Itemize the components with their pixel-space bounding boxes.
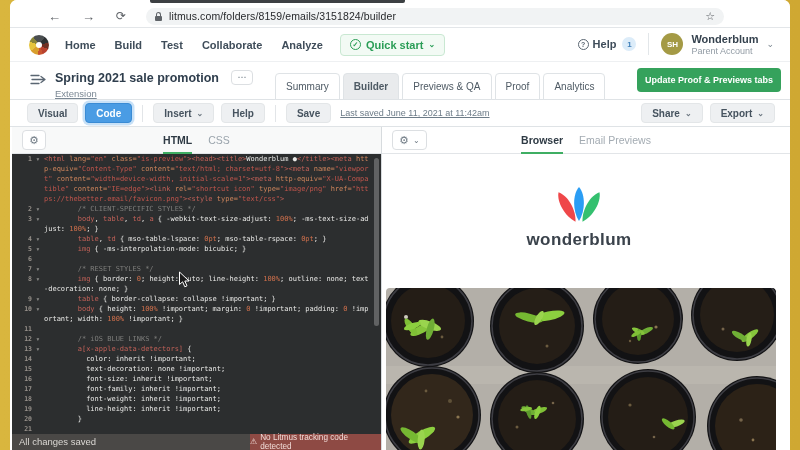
account-type: Parent Account [691, 46, 758, 56]
forward-icon[interactable]: → [82, 10, 95, 23]
warning-label: No Litmus tracking code detected [260, 433, 381, 450]
code-line[interactable]: 7▾ /* RESET STYLES */ [12, 264, 381, 274]
tab-email-previews[interactable]: Email Previews [579, 127, 651, 154]
tab-proof[interactable]: Proof [495, 73, 541, 100]
tab-summary[interactable]: Summary [275, 73, 340, 100]
editor-settings-button[interactable]: ⚙ [22, 130, 46, 150]
code-line[interactable]: 18 font-weight: inherit !important; [12, 394, 381, 404]
brand-logo-block: wonderblum [382, 187, 776, 250]
editor-scrollbar[interactable] [374, 158, 379, 326]
help-badge: 1 [622, 37, 636, 51]
avatar[interactable]: SH [661, 33, 683, 55]
code-line[interactable]: 10▾ body { height: 100% !important; marg… [12, 304, 381, 324]
code-line[interactable]: 2▾ /* CLIENT-SPECIFIC STYLES */ [12, 204, 381, 214]
code-line[interactable]: 3▾ body, table, td, a { -webkit-text-siz… [12, 214, 381, 234]
tab-css[interactable]: CSS [208, 127, 230, 154]
save-status: All changes saved [12, 434, 250, 450]
tab-browser-preview[interactable]: Browser [521, 127, 563, 154]
email-tabs: Summary Builder Previews & QA Proof Anal… [275, 73, 608, 100]
email-preview: wonderblum [382, 154, 790, 450]
insert-button[interactable]: Insert⌄ [153, 103, 214, 123]
litmus-logo-icon[interactable] [29, 35, 49, 55]
tracking-warning[interactable]: ⚠ No Litmus tracking code detected [250, 434, 381, 450]
tab-html[interactable]: HTML [163, 127, 192, 154]
app-navbar: Home Build Test Collaborate Analyze ✓ Qu… [10, 28, 790, 62]
back-icon[interactable]: ← [48, 10, 61, 23]
update-proof-previews-button[interactable]: Update Proof & Previews tabs [637, 68, 781, 92]
browser-toolbar: ← → ⟳ litmus.com/folders/8159/emails/315… [10, 5, 790, 28]
code-line[interactable]: 13▾ a[x-apple-data-detectors] { [12, 344, 381, 354]
code-editor[interactable]: 1▾<html lang="en" class="is-preview"><he… [12, 154, 381, 434]
divider [648, 33, 649, 55]
builder-toolbar: Visual Code Insert⌄ Help Save Last saved… [10, 100, 790, 127]
url-bar[interactable]: litmus.com/folders/8159/emails/3151824/b… [146, 8, 724, 25]
move-arrow-icon[interactable] [30, 73, 47, 86]
save-button[interactable]: Save [286, 103, 331, 123]
code-line[interactable]: 17 font-family: inherit !important; [12, 384, 381, 394]
gear-icon: ⚙ [399, 134, 409, 147]
code-line[interactable]: 11 [12, 324, 381, 334]
gear-icon: ⚙ [29, 134, 39, 147]
code-line[interactable]: 14 color: inherit !important; [12, 354, 381, 364]
share-button[interactable]: Share⌄ [641, 103, 703, 123]
brand-name: wonderblum [382, 230, 776, 250]
code-editor-panel: ⚙ HTML CSS 1▾<html lang="en" class="is-p… [10, 127, 381, 450]
code-line[interactable]: 16 font-size: inherit !important; [12, 374, 381, 384]
editor-header: ⚙ HTML CSS [12, 127, 381, 154]
help-menu[interactable]: ? Help 1 [578, 37, 637, 51]
code-line[interactable]: 19 line-height: inherit !important; [12, 404, 381, 414]
preview-header: ⚙ ⌄ Browser Email Previews [382, 127, 790, 154]
warning-icon: ⚠ [250, 438, 257, 446]
chevron-down-icon: ⌄ [685, 109, 692, 118]
code-line[interactable]: 5▾ img { -ms-interpolation-mode: bicubic… [12, 244, 381, 254]
email-header-row: Spring 2021 sale promotion ⋯ Extension S… [10, 62, 790, 100]
visual-mode-button[interactable]: Visual [27, 103, 78, 123]
code-line[interactable]: 8▾ img { border: 0; height: auto; line-h… [12, 274, 381, 294]
code-line[interactable]: 9▾ table { border-collapse: collapse !im… [12, 294, 381, 304]
nav-item-analyze[interactable]: Analyze [281, 39, 323, 51]
nav-item-home[interactable]: Home [65, 39, 96, 51]
editor-status-bar: All changes saved ⚠ No Litmus tracking c… [12, 434, 381, 450]
quick-start-label: Quick start [366, 39, 423, 51]
wonderblum-petals-icon [552, 187, 606, 223]
nav-item-collaborate[interactable]: Collaborate [202, 39, 263, 51]
account-menu[interactable]: Wonderblum Parent Account [691, 33, 758, 56]
bookmark-star-icon[interactable]: ☆ [705, 10, 715, 23]
chevron-down-icon[interactable]: ⌄ [766, 39, 774, 49]
tab-builder[interactable]: Builder [343, 73, 399, 100]
export-button[interactable]: Export⌄ [710, 103, 775, 123]
tab-analytics[interactable]: Analytics [543, 73, 605, 100]
divider [142, 105, 143, 122]
help-button[interactable]: Help [221, 103, 265, 123]
tab-previews-qa[interactable]: Previews & QA [402, 73, 491, 100]
code-line[interactable]: 20 } [12, 414, 381, 424]
nav-item-build[interactable]: Build [115, 39, 143, 51]
code-mode-button[interactable]: Code [85, 103, 132, 123]
url-text[interactable]: litmus.com/folders/8159/emails/3151824/b… [169, 10, 396, 22]
divider [275, 105, 276, 122]
account-name: Wonderblum [691, 33, 758, 46]
code-line[interactable]: 15 text-decoration: none !important; [12, 364, 381, 374]
code-lines: 1▾<html lang="en" class="is-preview"><he… [12, 154, 381, 434]
more-options-button[interactable]: ⋯ [231, 70, 253, 85]
reload-icon[interactable]: ⟳ [116, 10, 126, 22]
share-label: Share [652, 108, 680, 119]
code-line[interactable]: 1▾<html lang="en" class="is-preview"><he… [12, 154, 381, 204]
insert-label: Insert [164, 108, 191, 119]
backdrop: ← → ⟳ litmus.com/folders/8159/emails/315… [0, 0, 800, 450]
preview-settings-button[interactable]: ⚙ ⌄ [392, 130, 427, 150]
extension-link[interactable]: Extension [55, 88, 253, 99]
code-line[interactable]: 12▾ /* iOS BLUE LINKS */ [12, 334, 381, 344]
chevron-down-icon: ⌄ [757, 109, 764, 118]
page-title: Spring 2021 sale promotion [55, 71, 219, 85]
nav-item-test[interactable]: Test [161, 39, 183, 51]
quick-start-button[interactable]: ✓ Quick start ⌄ [340, 34, 445, 56]
export-label: Export [721, 108, 753, 119]
seedlings-photo [386, 288, 776, 450]
code-line[interactable]: 4▾ table, td { mso-table-lspace: 0pt; ms… [12, 234, 381, 244]
lock-icon [155, 12, 162, 21]
browser-tab-sliver [150, 0, 405, 3]
last-saved-link[interactable]: Last saved June 11, 2021 at 11:42am [340, 108, 489, 118]
check-circle-icon: ✓ [350, 39, 361, 50]
code-line[interactable]: 6 [12, 254, 381, 264]
